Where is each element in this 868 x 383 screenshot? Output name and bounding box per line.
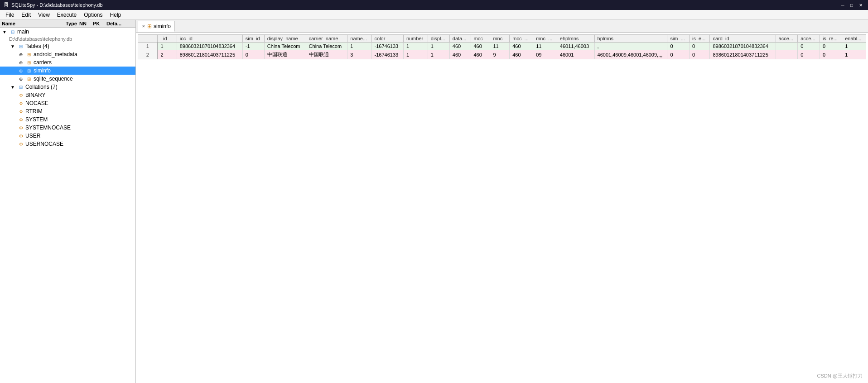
col-number[interactable]: number — [403, 35, 428, 43]
sidebar-item-db-path[interactable]: D:\d\databases\telephony.db — [0, 36, 135, 42]
cell-sim-id[interactable]: -1 — [242, 43, 264, 50]
cell-mcc[interactable]: 460 — [471, 50, 490, 59]
sidebar-item-binary[interactable]: ⚙ BINARY — [0, 91, 135, 99]
cell-acce1[interactable] — [776, 50, 798, 59]
col-id[interactable]: _id — [157, 35, 177, 43]
table-row[interactable]: 2 2 89860121801403711225 0 中国联通 中国联通 3 -… — [138, 50, 866, 59]
cell-data[interactable]: 460 — [449, 43, 471, 50]
cell-number[interactable]: 1 — [403, 50, 428, 59]
cell-displ[interactable]: 1 — [428, 43, 449, 50]
col-displ[interactable]: displ... — [428, 35, 449, 43]
col-rownum — [138, 35, 158, 43]
cell-enabl[interactable]: 1 — [842, 50, 866, 59]
cell-card-id[interactable]: 89860121801403711225 — [710, 50, 776, 59]
maximize-button[interactable]: □ — [848, 1, 855, 9]
cell-id[interactable]: 2 — [157, 50, 177, 59]
menu-execute[interactable]: Execute — [53, 11, 80, 19]
col-ehplmns[interactable]: ehplmns — [557, 35, 594, 43]
cell-color[interactable]: -16746133 — [371, 50, 403, 59]
tab-close-icon[interactable]: ✕ — [142, 24, 145, 29]
cell-sim2[interactable]: 0 — [667, 50, 690, 59]
col-sim-id[interactable]: sim_id — [242, 35, 264, 43]
cell-ise[interactable]: 0 — [690, 50, 710, 59]
cell-sim2[interactable]: 0 — [667, 43, 690, 50]
col-mnc2[interactable]: mnc_... — [533, 35, 557, 43]
data-grid-container[interactable]: _id icc_id sim_id display_name carrier_n… — [136, 33, 868, 383]
cell-hplmns[interactable]: , — [594, 43, 667, 50]
cell-hplmns[interactable]: 46001,46009,46001,46009,,,, — [594, 50, 667, 59]
cell-mnc[interactable]: 11 — [490, 43, 510, 50]
col-hplmns[interactable]: hplmns — [594, 35, 667, 43]
cell-sim-id[interactable]: 0 — [242, 50, 264, 59]
menu-file[interactable]: File — [2, 11, 18, 19]
col-icc-id[interactable]: icc_id — [177, 35, 242, 43]
sidebar-item-android-metadata[interactable]: ⊕ ⊞ android_metadata — [0, 50, 135, 58]
window-controls[interactable]: ─ □ ✕ — [839, 1, 864, 9]
cell-name[interactable]: 3 — [347, 50, 371, 59]
cell-mcc2[interactable]: 460 — [510, 43, 533, 50]
col-sim2[interactable]: sim_... — [667, 35, 690, 43]
col-enabl[interactable]: enabl... — [842, 35, 866, 43]
col-mnc[interactable]: mnc — [490, 35, 510, 43]
col-ise[interactable]: is_e... — [690, 35, 710, 43]
cell-mnc2[interactable]: 09 — [533, 50, 557, 59]
cell-isre[interactable]: 0 — [820, 50, 842, 59]
cell-ehplmns[interactable]: 46001 — [557, 50, 594, 59]
sidebar-item-carriers[interactable]: ⊕ ⊞ carriers — [0, 58, 135, 67]
cell-carrier-name[interactable]: China Telecom — [306, 43, 347, 50]
cell-data[interactable]: 460 — [449, 50, 471, 59]
col-mcc[interactable]: mcc — [471, 35, 490, 43]
cell-carrier-name[interactable]: 中国联通 — [306, 50, 347, 59]
menu-edit[interactable]: Edit — [18, 11, 34, 19]
col-card-id[interactable]: card_id — [710, 35, 776, 43]
cell-acce2[interactable]: 0 — [798, 43, 820, 50]
cell-number[interactable]: 1 — [403, 43, 428, 50]
cell-icc-id[interactable]: 89860121801403711225 — [177, 50, 242, 59]
sidebar-item-system[interactable]: ⚙ SYSTEM — [0, 115, 135, 124]
col-acce2[interactable]: acce... — [798, 35, 820, 43]
cell-acce2[interactable]: 0 — [798, 50, 820, 59]
cell-mcc[interactable]: 460 — [471, 43, 490, 50]
menu-view[interactable]: View — [34, 11, 53, 19]
cell-mnc2[interactable]: 11 — [533, 43, 557, 50]
sidebar-item-rtrim[interactable]: ⚙ RTRIM — [0, 107, 135, 115]
sidebar-item-user[interactable]: ⚙ USER — [0, 132, 135, 140]
close-button[interactable]: ✕ — [857, 1, 864, 9]
cell-mcc2[interactable]: 460 — [510, 50, 533, 59]
col-name-abbr[interactable]: name... — [347, 35, 371, 43]
cell-display-name[interactable]: China Telecom — [264, 43, 306, 50]
col-isre[interactable]: is_re... — [820, 35, 842, 43]
col-acce1[interactable]: acce... — [776, 35, 798, 43]
cell-icc-id[interactable]: 89860321870104832364 — [177, 43, 242, 50]
sidebar-item-systemnocase[interactable]: ⚙ SYSTEMNOCASE — [0, 124, 135, 132]
cell-acce1[interactable] — [776, 43, 798, 50]
sidebar-item-collations-folder[interactable]: ▼ ⊟ Collations (7) — [0, 83, 135, 91]
col-mcc2[interactable]: mcc_... — [510, 35, 533, 43]
sidebar-item-tables-folder[interactable]: ▼ ⊟ Tables (4) — [0, 42, 135, 50]
sidebar-item-nocase[interactable]: ⚙ NOCASE — [0, 99, 135, 107]
sidebar-item-main-root[interactable]: ▼ ⊟ main — [0, 28, 135, 36]
cell-ise[interactable]: 0 — [690, 43, 710, 50]
cell-display-name[interactable]: 中国联通 — [264, 50, 306, 59]
cell-name[interactable]: 1 — [347, 43, 371, 50]
col-data[interactable]: data... — [449, 35, 471, 43]
col-display-name[interactable]: display_name — [264, 35, 306, 43]
col-carrier-name[interactable]: carrier_name — [306, 35, 347, 43]
menu-options[interactable]: Options — [80, 11, 106, 19]
menu-help[interactable]: Help — [106, 11, 125, 19]
cell-color[interactable]: -16746133 — [371, 43, 403, 50]
cell-enabl[interactable]: 1 — [842, 43, 866, 50]
cell-ehplmns[interactable]: 46011,46003 — [557, 43, 594, 50]
sidebar-item-siminfo[interactable]: ⊕ ⊞ siminfo — [0, 67, 135, 75]
minimize-button[interactable]: ─ — [839, 1, 846, 9]
col-color[interactable]: color — [371, 35, 403, 43]
cell-mnc[interactable]: 9 — [490, 50, 510, 59]
cell-id[interactable]: 1 — [157, 43, 177, 50]
sidebar-item-sqlite-sequence[interactable]: ⊕ ⊞ sqlite_sequence — [0, 75, 135, 83]
sidebar-item-usernocase[interactable]: ⚙ USERNOCASE — [0, 140, 135, 148]
table-row[interactable]: 1 1 89860321870104832364 -1 China Teleco… — [138, 43, 866, 50]
tab-siminfo[interactable]: ✕ ⊞ siminfo — [138, 21, 175, 32]
cell-card-id[interactable]: 89860321870104832364 — [710, 43, 776, 50]
cell-isre[interactable]: 0 — [820, 43, 842, 50]
cell-displ[interactable]: 1 — [428, 50, 449, 59]
